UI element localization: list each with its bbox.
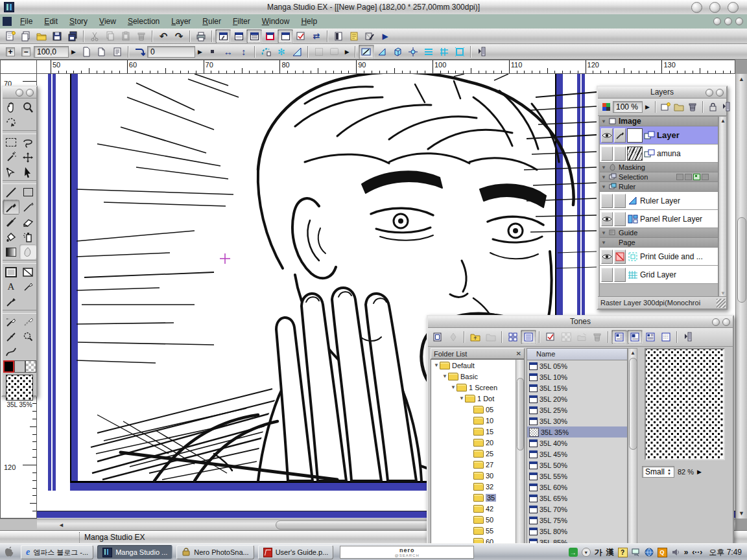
scroll-down-icon[interactable]: ▼ [739, 510, 744, 517]
selection-eraser-tool[interactable] [19, 314, 36, 329]
tray-network-icon[interactable]: ‹··› [692, 548, 702, 557]
layer-group-guide[interactable]: ▼Guide [600, 228, 718, 238]
tone-item-35l-35-[interactable]: 35L 35% [527, 426, 627, 438]
properties-palette-toggle[interactable] [293, 29, 309, 43]
tone-item-35l-10-[interactable]: 35L 10% [527, 371, 627, 382]
tone-tool[interactable] [19, 244, 36, 259]
layer-visibility-toggle[interactable] [601, 146, 613, 161]
tree-expand-icon[interactable]: ▼ [442, 373, 448, 379]
opacity-menu-arrow[interactable]: ▶ [643, 104, 652, 110]
layer-edit-toggle[interactable] [614, 250, 626, 264]
folder-35[interactable]: 35 [431, 492, 524, 503]
pencil-tool[interactable] [19, 200, 36, 215]
tools-palette-toggle[interactable] [215, 29, 231, 43]
menu-filter[interactable]: Filter [227, 14, 256, 29]
view-thumbnails-button[interactable] [505, 330, 521, 344]
tray-launch-icon[interactable]: → [569, 548, 578, 557]
tools-close-button[interactable] [26, 89, 34, 97]
doc-restore-button[interactable] [724, 18, 732, 25]
vertical-scrollbar[interactable]: ▲ ▼ [735, 74, 747, 519]
new-layer-button[interactable] [659, 100, 672, 114]
tools-palette-titlebar[interactable] [3, 87, 36, 99]
tone-list-scrollbar[interactable]: ▲ [628, 348, 637, 557]
undo-button[interactable]: ↶ [156, 29, 171, 43]
ime-help-icon[interactable]: ? [618, 548, 628, 557]
pen-tool[interactable] [3, 200, 19, 215]
parallel-ruler-toggle[interactable] [421, 45, 436, 59]
flip-horizontal-button[interactable]: ↔ [220, 45, 236, 59]
menu-layer[interactable]: Layer [165, 14, 196, 29]
fill-tool[interactable] [3, 229, 19, 244]
marquee-tool[interactable] [3, 135, 19, 150]
doc-minimize-button[interactable] [713, 18, 721, 25]
folder-20[interactable]: 20 [431, 437, 524, 448]
layer-group-page[interactable]: ▼Page [600, 238, 718, 248]
panel-mode-button[interactable] [311, 45, 327, 59]
layer-visibility-toggle[interactable] [601, 268, 613, 282]
close-button[interactable] [728, 2, 739, 13]
paste-button[interactable] [118, 29, 134, 43]
layers-scrollbar[interactable]: ▲ ▼ [718, 116, 727, 298]
task-nero-photosnap[interactable]: Nero PhotoSna... [176, 545, 254, 559]
folder-05[interactable]: 05 [431, 404, 524, 415]
layer-edit-toggle[interactable] [614, 268, 626, 282]
display-sample-button[interactable] [627, 330, 643, 344]
collapse-triangle-icon[interactable]: ▼ [601, 230, 607, 236]
tone-item-35l-55-[interactable]: 35L 55% [527, 471, 627, 482]
background-color-swatch[interactable] [14, 360, 25, 373]
ime-hanja-indicator[interactable]: 漢 [606, 547, 614, 558]
tone-item-35l-30-[interactable]: 35L 30% [527, 415, 627, 426]
rotate-view-button[interactable] [132, 45, 147, 59]
delete-tone-button[interactable] [589, 330, 605, 344]
layer-edit-toggle[interactable] [614, 128, 626, 143]
lock-layer-button[interactable] [706, 100, 720, 114]
layer-visibility-toggle[interactable] [601, 212, 613, 226]
lasso-tool[interactable] [19, 135, 36, 150]
tree-expand-icon[interactable]: ▼ [451, 384, 456, 390]
menu-view[interactable]: View [93, 14, 122, 29]
layer-row-grid-layer[interactable]: Grid Layer [600, 266, 718, 284]
save-all-button[interactable] [65, 29, 80, 43]
start-button[interactable] [0, 546, 17, 559]
tray-globe-icon[interactable] [645, 548, 654, 557]
panel-tool[interactable] [19, 264, 36, 279]
frame-tool[interactable] [3, 264, 19, 279]
tone-item-35l-60-[interactable]: 35L 60% [527, 482, 627, 493]
delete-button[interactable] [134, 29, 149, 43]
toolbar-menu-button[interactable] [474, 45, 490, 59]
switch-palettes-button[interactable]: ⇄ [309, 29, 324, 43]
curve-tool[interactable] [3, 344, 19, 359]
layer-row-panel-ruler-layer[interactable]: Panel Ruler Layer [600, 210, 718, 228]
object-select-tool[interactable] [3, 165, 19, 180]
tone-item-35l-75-[interactable]: 35L 75% [527, 515, 627, 526]
symmetry-ruler-toggle[interactable] [405, 45, 421, 59]
display-name-button[interactable] [611, 330, 627, 344]
preview-size-select[interactable]: Small ▲▼ [642, 466, 674, 478]
menu-help[interactable]: Help [295, 14, 323, 29]
tones-close-button[interactable] [722, 318, 730, 326]
tones-palette-toggle[interactable] [278, 29, 293, 43]
eraser-tool[interactable] [19, 215, 36, 229]
collapse-triangle-icon[interactable]: ▼ [601, 165, 607, 170]
folder-1-dot[interactable]: ▼1 Dot [431, 393, 524, 404]
layer-row-amuna[interactable]: amuna [600, 145, 718, 163]
layer-color-button[interactable] [599, 100, 613, 114]
layers-scroll-up-icon[interactable]: ▲ [720, 118, 726, 124]
tone-list-scroll-up-icon[interactable]: ▲ [630, 350, 635, 356]
tones-collapse-button[interactable] [712, 318, 720, 326]
open-button[interactable] [34, 29, 49, 43]
tone-list-scroll-thumb[interactable] [629, 358, 637, 450]
apply-tone-button[interactable] [445, 330, 461, 344]
tone-swatch[interactable] [6, 375, 33, 401]
folder-30[interactable]: 30 [431, 470, 524, 481]
print-button[interactable] [193, 29, 209, 43]
fit-page-button[interactable] [78, 45, 94, 59]
snap-pattern-button[interactable]: ✻ [274, 45, 289, 59]
layer-group-selection[interactable]: ▼Selection [600, 172, 718, 182]
tone-item-35l-05-[interactable]: 35L 05% [527, 360, 627, 371]
rotate-canvas-tool[interactable] [3, 115, 19, 130]
fit-width-button[interactable] [94, 45, 110, 59]
navigator-palette-toggle[interactable] [262, 29, 278, 43]
mode-menu-arrow[interactable]: ▶ [342, 49, 352, 55]
menu-edit[interactable]: Edit [38, 14, 64, 29]
